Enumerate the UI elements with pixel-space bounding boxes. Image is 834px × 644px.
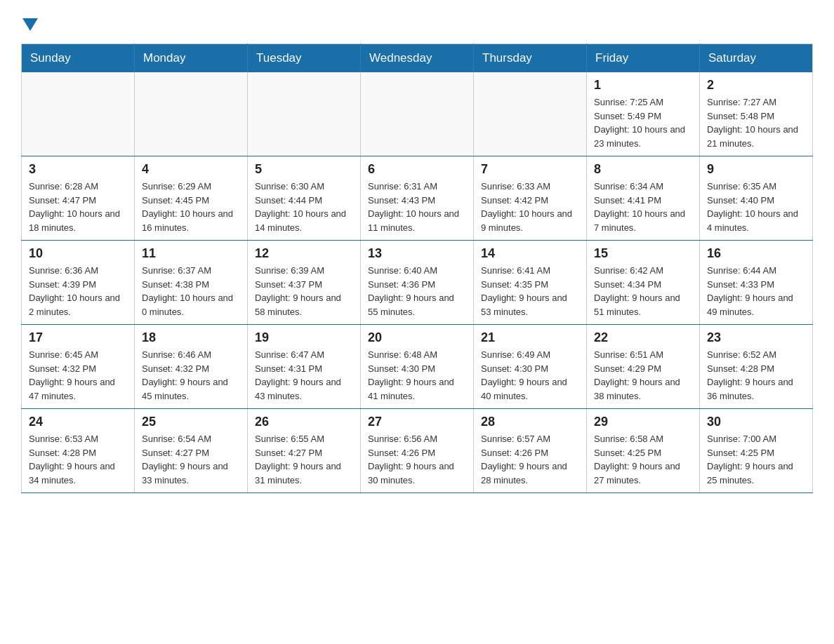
calendar-cell [474,72,587,156]
calendar-cell: 20Sunrise: 6:48 AM Sunset: 4:30 PM Dayli… [361,325,474,409]
calendar-cell: 4Sunrise: 6:29 AM Sunset: 4:45 PM Daylig… [135,156,248,241]
calendar-cell: 26Sunrise: 6:55 AM Sunset: 4:27 PM Dayli… [248,409,361,493]
day-number: 23 [707,330,805,345]
day-info: Sunrise: 6:39 AM Sunset: 4:37 PM Dayligh… [255,264,353,318]
day-info: Sunrise: 6:46 AM Sunset: 4:32 PM Dayligh… [142,348,240,403]
calendar-cell: 3Sunrise: 6:28 AM Sunset: 4:47 PM Daylig… [22,156,135,241]
calendar-cell [135,72,248,156]
day-number: 11 [142,246,240,261]
day-number: 10 [29,246,127,261]
day-info: Sunrise: 6:52 AM Sunset: 4:28 PM Dayligh… [707,348,805,403]
day-number: 7 [481,162,579,177]
day-number: 15 [594,246,692,261]
day-number: 3 [29,162,127,177]
day-info: Sunrise: 6:49 AM Sunset: 4:30 PM Dayligh… [481,348,579,403]
calendar-cell: 6Sunrise: 6:31 AM Sunset: 4:43 PM Daylig… [361,156,474,241]
day-info: Sunrise: 6:30 AM Sunset: 4:44 PM Dayligh… [255,180,353,234]
calendar-week-row: 10Sunrise: 6:36 AM Sunset: 4:39 PM Dayli… [22,241,813,325]
day-info: Sunrise: 7:27 AM Sunset: 5:48 PM Dayligh… [707,95,805,150]
calendar-week-row: 1Sunrise: 7:25 AM Sunset: 5:49 PM Daylig… [22,72,813,156]
day-info: Sunrise: 6:55 AM Sunset: 4:27 PM Dayligh… [255,432,353,487]
day-number: 14 [481,246,579,261]
day-number: 13 [368,246,466,261]
day-number: 29 [594,415,692,429]
day-info: Sunrise: 6:51 AM Sunset: 4:29 PM Dayligh… [594,348,692,403]
weekday-header-row: SundayMondayTuesdayWednesdayThursdayFrid… [22,44,813,73]
page-header [21,14,813,31]
day-number: 4 [142,162,240,177]
calendar-cell: 17Sunrise: 6:45 AM Sunset: 4:32 PM Dayli… [22,325,135,409]
calendar-cell: 29Sunrise: 6:58 AM Sunset: 4:25 PM Dayli… [587,409,700,493]
calendar-cell: 5Sunrise: 6:30 AM Sunset: 4:44 PM Daylig… [248,156,361,241]
day-number: 24 [29,415,127,429]
weekday-header-monday: Monday [135,44,248,73]
day-number: 2 [707,78,805,93]
calendar-cell [248,72,361,156]
day-number: 21 [481,330,579,345]
day-info: Sunrise: 6:34 AM Sunset: 4:41 PM Dayligh… [594,180,692,234]
calendar-cell: 27Sunrise: 6:56 AM Sunset: 4:26 PM Dayli… [361,409,474,493]
calendar-cell [361,72,474,156]
weekday-header-thursday: Thursday [474,44,587,73]
logo-triangle-icon [22,15,38,31]
day-info: Sunrise: 6:54 AM Sunset: 4:27 PM Dayligh… [142,432,240,487]
calendar-cell: 25Sunrise: 6:54 AM Sunset: 4:27 PM Dayli… [135,409,248,493]
calendar-cell: 22Sunrise: 6:51 AM Sunset: 4:29 PM Dayli… [587,325,700,409]
calendar-cell: 15Sunrise: 6:42 AM Sunset: 4:34 PM Dayli… [587,241,700,325]
day-info: Sunrise: 6:57 AM Sunset: 4:26 PM Dayligh… [481,432,579,487]
calendar-table: SundayMondayTuesdayWednesdayThursdayFrid… [21,43,813,493]
calendar-cell: 28Sunrise: 6:57 AM Sunset: 4:26 PM Dayli… [474,409,587,493]
day-info: Sunrise: 6:29 AM Sunset: 4:45 PM Dayligh… [142,180,240,234]
svg-marker-0 [22,18,38,31]
calendar-cell: 2Sunrise: 7:27 AM Sunset: 5:48 PM Daylig… [700,72,813,156]
day-info: Sunrise: 6:37 AM Sunset: 4:38 PM Dayligh… [142,264,240,318]
day-info: Sunrise: 6:42 AM Sunset: 4:34 PM Dayligh… [594,264,692,318]
day-info: Sunrise: 6:48 AM Sunset: 4:30 PM Dayligh… [368,348,466,403]
calendar-cell: 13Sunrise: 6:40 AM Sunset: 4:36 PM Dayli… [361,241,474,325]
day-number: 12 [255,246,353,261]
day-number: 1 [594,78,692,93]
day-number: 19 [255,330,353,345]
day-info: Sunrise: 6:35 AM Sunset: 4:40 PM Dayligh… [707,180,805,234]
calendar-cell: 24Sunrise: 6:53 AM Sunset: 4:28 PM Dayli… [22,409,135,493]
calendar-week-row: 17Sunrise: 6:45 AM Sunset: 4:32 PM Dayli… [22,325,813,409]
calendar-cell: 19Sunrise: 6:47 AM Sunset: 4:31 PM Dayli… [248,325,361,409]
calendar-cell: 18Sunrise: 6:46 AM Sunset: 4:32 PM Dayli… [135,325,248,409]
day-number: 6 [368,162,466,177]
day-info: Sunrise: 6:56 AM Sunset: 4:26 PM Dayligh… [368,432,466,487]
weekday-header-saturday: Saturday [700,44,813,73]
day-number: 20 [368,330,466,345]
day-number: 27 [368,415,466,429]
day-info: Sunrise: 7:25 AM Sunset: 5:49 PM Dayligh… [594,95,692,150]
calendar-cell: 10Sunrise: 6:36 AM Sunset: 4:39 PM Dayli… [22,241,135,325]
calendar-cell: 11Sunrise: 6:37 AM Sunset: 4:38 PM Dayli… [135,241,248,325]
weekday-header-wednesday: Wednesday [361,44,474,73]
day-info: Sunrise: 6:36 AM Sunset: 4:39 PM Dayligh… [29,264,127,318]
calendar-cell: 16Sunrise: 6:44 AM Sunset: 4:33 PM Dayli… [700,241,813,325]
calendar-cell [22,72,135,156]
calendar-cell: 12Sunrise: 6:39 AM Sunset: 4:37 PM Dayli… [248,241,361,325]
logo [21,14,38,31]
day-number: 16 [707,246,805,261]
weekday-header-friday: Friday [587,44,700,73]
day-info: Sunrise: 6:47 AM Sunset: 4:31 PM Dayligh… [255,348,353,403]
calendar-week-row: 3Sunrise: 6:28 AM Sunset: 4:47 PM Daylig… [22,156,813,241]
calendar-cell: 14Sunrise: 6:41 AM Sunset: 4:35 PM Dayli… [474,241,587,325]
day-info: Sunrise: 6:44 AM Sunset: 4:33 PM Dayligh… [707,264,805,318]
day-info: Sunrise: 6:33 AM Sunset: 4:42 PM Dayligh… [481,180,579,234]
day-info: Sunrise: 7:00 AM Sunset: 4:25 PM Dayligh… [707,432,805,487]
day-info: Sunrise: 6:41 AM Sunset: 4:35 PM Dayligh… [481,264,579,318]
day-number: 26 [255,415,353,429]
day-number: 25 [142,415,240,429]
day-number: 5 [255,162,353,177]
calendar-cell: 23Sunrise: 6:52 AM Sunset: 4:28 PM Dayli… [700,325,813,409]
day-number: 9 [707,162,805,177]
calendar-cell: 7Sunrise: 6:33 AM Sunset: 4:42 PM Daylig… [474,156,587,241]
calendar-cell: 1Sunrise: 7:25 AM Sunset: 5:49 PM Daylig… [587,72,700,156]
day-info: Sunrise: 6:53 AM Sunset: 4:28 PM Dayligh… [29,432,127,487]
day-number: 18 [142,330,240,345]
day-info: Sunrise: 6:28 AM Sunset: 4:47 PM Dayligh… [29,180,127,234]
day-number: 22 [594,330,692,345]
calendar-cell: 9Sunrise: 6:35 AM Sunset: 4:40 PM Daylig… [700,156,813,241]
day-number: 30 [707,415,805,429]
